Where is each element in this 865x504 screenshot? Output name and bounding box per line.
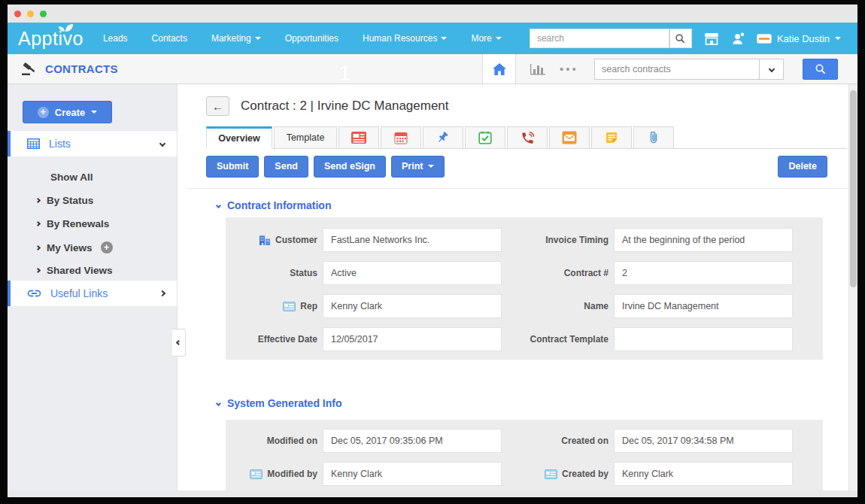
tab-notes[interactable]: [591, 126, 632, 149]
effective-date-field[interactable]: 12/05/2017: [323, 327, 502, 351]
field-row: Modified on Dec 05, 2017 09:35:06 PM Cre…: [226, 429, 823, 453]
vertical-scrollbar[interactable]: [848, 84, 857, 490]
send-esign-button[interactable]: Send eSign: [314, 156, 386, 178]
global-search-input[interactable]: [530, 29, 669, 48]
customer-field[interactable]: FastLane Networks Inc.: [323, 228, 502, 252]
store-icon: [703, 32, 720, 46]
field-label: Rep: [300, 301, 317, 311]
home-button[interactable]: [482, 54, 516, 83]
contracts-search-input[interactable]: [595, 59, 759, 79]
sidebar-item-by-status[interactable]: By Status: [36, 195, 93, 206]
sidebar-item-lists[interactable]: Lists: [8, 131, 177, 156]
menu-item-leads[interactable]: Leads: [103, 33, 128, 44]
notes-icon: [605, 131, 618, 144]
table-grid-icon: [27, 138, 40, 149]
tab-calls[interactable]: [507, 126, 548, 149]
chevron-down-icon: [768, 65, 774, 71]
sidebar-item-useful-links[interactable]: Useful Links: [8, 281, 177, 306]
apptivo-logo[interactable]: Apptivo: [18, 28, 83, 50]
navbar-right: Katie Dustin: [530, 29, 841, 48]
submit-button[interactable]: Submit: [206, 156, 259, 178]
search-options-dropdown[interactable]: [759, 59, 783, 79]
tab-tasks[interactable]: [465, 126, 505, 149]
name-field[interactable]: Irvine DC Management: [614, 294, 793, 318]
search-icon: [675, 33, 686, 44]
plus-circle-icon: +: [38, 107, 49, 118]
close-window-icon[interactable]: [14, 11, 21, 17]
create-button[interactable]: + Create: [23, 101, 112, 123]
modified-by-field: Kenny Clark: [323, 462, 502, 486]
record-actions: Submit Send Send eSign Print Delete: [206, 155, 827, 178]
user-menu[interactable]: Katie Dustin: [757, 33, 841, 44]
contracts-search: [594, 59, 784, 80]
menu-item-contacts[interactable]: Contacts: [152, 33, 187, 44]
record-title: Contract : 2 | Irvine DC Management: [241, 99, 449, 114]
calls-icon: [521, 131, 535, 145]
scrollbar-thumb[interactable]: [850, 90, 857, 287]
sidebar-lists-label: Lists: [49, 138, 71, 150]
tab-attachments[interactable]: [633, 126, 674, 149]
field-label: Customer: [275, 235, 317, 245]
created-by-field: Kenny Clark: [614, 462, 793, 486]
caret-down-icon: [255, 37, 261, 40]
create-button-label: Create: [55, 107, 85, 118]
chevron-down-icon: [216, 400, 221, 405]
chevron-right-icon: [35, 221, 41, 226]
field-label: Invoice Timing: [545, 235, 609, 245]
contracts-search-button[interactable]: [803, 59, 838, 80]
chevron-right-icon: [159, 290, 165, 296]
delete-button[interactable]: Delete: [778, 156, 827, 178]
send-button[interactable]: Send: [264, 156, 308, 178]
section-contract-information[interactable]: Contract Information: [217, 199, 331, 211]
id-card-icon: [283, 302, 296, 311]
tab-news[interactable]: [338, 126, 379, 149]
top-navbar: Apptivo Leads Contacts Marketing Opportu…: [8, 23, 857, 54]
chevron-right-icon: [35, 244, 41, 250]
field-label: Status: [290, 268, 317, 278]
menu-item-opportunities[interactable]: Opportunities: [285, 33, 338, 44]
global-search-button[interactable]: [669, 29, 692, 48]
id-card-icon: [545, 469, 557, 479]
tab-emails[interactable]: [549, 126, 590, 149]
user-activity-button[interactable]: [731, 32, 745, 46]
sidebar-item-my-views[interactable]: My Views +: [36, 241, 113, 254]
contracts-gavel-icon: [21, 62, 38, 76]
more-options-button[interactable]: •••: [560, 62, 594, 75]
section-system-generated-info[interactable]: System Generated Info: [217, 397, 342, 409]
minimize-window-icon[interactable]: [27, 11, 34, 17]
email-icon: [562, 131, 577, 144]
sidebar-item-by-renewals[interactable]: By Renewals: [36, 218, 109, 229]
contract-template-field[interactable]: [614, 327, 793, 351]
sidebar-collapse-handle[interactable]: [172, 329, 186, 357]
rep-field[interactable]: Kenny Clark: [323, 294, 502, 318]
sidebar-item-show-all[interactable]: Show All: [50, 172, 93, 183]
app-header: CONTRACTS 1 •••: [8, 54, 857, 84]
app-store-button[interactable]: [703, 32, 720, 46]
contract-number-field[interactable]: 2: [614, 261, 793, 285]
caret-down-icon: [835, 37, 841, 40]
record-tabs: Overview Template: [206, 126, 675, 149]
tab-pin[interactable]: [423, 126, 463, 149]
reports-button[interactable]: [516, 62, 560, 76]
caret-down-icon: [91, 111, 97, 114]
caret-down-icon: [428, 165, 434, 168]
sidebar-item-shared-views[interactable]: Shared Views: [36, 265, 113, 276]
chevron-right-icon: [35, 268, 41, 273]
menu-item-human-resources[interactable]: Human Resources: [363, 33, 447, 44]
field-label: Modified on: [267, 436, 317, 446]
print-button[interactable]: Print: [391, 156, 445, 178]
maximize-window-icon[interactable]: [40, 11, 47, 17]
add-view-button[interactable]: +: [101, 241, 113, 254]
menu-item-more[interactable]: More: [471, 33, 501, 44]
menu-item-marketing[interactable]: Marketing: [211, 33, 261, 44]
created-on-field: Dec 05, 2017 09:34:58 PM: [614, 429, 793, 453]
status-field[interactable]: Active: [323, 261, 502, 285]
caret-down-icon: [441, 37, 447, 40]
annotation-step-1: 1: [338, 60, 351, 86]
tab-overview[interactable]: Overview: [206, 126, 272, 149]
tab-template[interactable]: Template: [274, 126, 337, 149]
field-label: Effective Date: [258, 334, 317, 345]
invoice-timing-field[interactable]: At the beginning of the period: [614, 228, 793, 252]
tab-calendar[interactable]: [381, 126, 421, 149]
back-button[interactable]: ←: [206, 96, 229, 116]
